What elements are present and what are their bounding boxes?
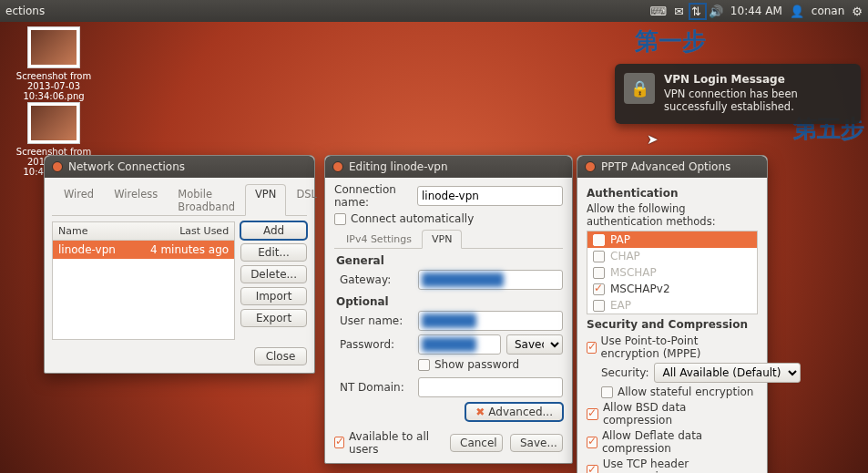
desktop-icon-label: Screenshot from 2013-07-03 10:34:06.png <box>13 71 95 101</box>
thumbnail-icon <box>27 26 80 68</box>
connections-list[interactable]: Name Last Used linode-vpn 4 minutes ago <box>52 221 235 340</box>
annotation-step1: 第一步 <box>635 26 706 57</box>
connect-automatically-checkbox[interactable]: Connect automatically <box>334 212 474 225</box>
window-title: Network Connections <box>68 160 185 173</box>
user-icon[interactable]: 👤 <box>790 5 804 17</box>
col-name[interactable]: Name <box>53 222 143 240</box>
thumbnail-icon <box>27 102 80 144</box>
edit-button[interactable]: Edit... <box>240 243 307 262</box>
tab-mobile-broadband[interactable]: Mobile Broadband <box>168 184 245 216</box>
allow-stateful-checkbox[interactable]: Allow stateful encryption <box>601 386 758 398</box>
method-eap[interactable]: EAP <box>587 297 757 314</box>
window-edit-vpn: Editing linode-vpn Connection name: Conn… <box>324 155 573 464</box>
tab-wireless[interactable]: Wireless <box>104 184 168 216</box>
window-pptp-advanced: PPTP Advanced Options Authentication All… <box>577 155 768 473</box>
indicator-area: ⌨ ✉ ⇅ 🔊 10:44 AM 👤 conan ⚙ <box>649 5 863 17</box>
notification-title: VPN Login Message <box>664 73 850 86</box>
close-icon[interactable] <box>585 161 596 172</box>
titlebar[interactable]: Editing linode-vpn <box>325 156 572 178</box>
password-label: Password: <box>340 338 413 351</box>
wrench-icon: ✖ <box>475 406 485 418</box>
col-last-used[interactable]: Last Used <box>143 222 234 240</box>
connection-name-input[interactable] <box>417 186 563 206</box>
security-select[interactable]: All Available (Default) <box>654 363 801 383</box>
method-mschapv2[interactable]: MSCHAPv2 <box>587 281 757 297</box>
top-panel: ections ⌨ ✉ ⇅ 🔊 10:44 AM 👤 conan ⚙ <box>0 0 868 22</box>
panel-title: ections <box>5 5 45 17</box>
network-icon[interactable]: ⇅ <box>691 5 701 17</box>
connection-name-label: Connection name: <box>334 183 412 209</box>
export-button[interactable]: Export <box>240 309 307 327</box>
notification-body: VPN connection has been successfully est… <box>664 87 850 113</box>
method-pap[interactable]: PAP <box>587 231 757 248</box>
use-tcp-checkbox[interactable]: Use TCP header compression <box>587 458 758 473</box>
section-security: Security and Compression <box>587 318 758 331</box>
gateway-label: Gateway: <box>340 273 413 286</box>
username-label: User name: <box>340 314 413 327</box>
lock-icon: 🔒 <box>624 73 655 104</box>
mail-icon[interactable]: ✉ <box>674 5 684 17</box>
window-title: Editing linode-vpn <box>349 160 448 173</box>
cell-name: linode-vpn <box>53 241 143 259</box>
gear-icon[interactable]: ⚙ <box>852 5 863 17</box>
show-password-checkbox[interactable]: Show password <box>418 358 519 371</box>
ntdomain-label: NT Domain: <box>340 381 413 394</box>
cell-last-used: 4 minutes ago <box>143 241 234 259</box>
desktop-icon[interactable]: Screenshot from 2013-07-03 10:34:06.png <box>13 26 95 101</box>
auth-methods-list[interactable]: PAP CHAP MSCHAP MSCHAPv2 EAP <box>587 231 758 314</box>
window-network-connections: Network Connections Wired Wireless Mobil… <box>44 155 315 374</box>
security-label: Security: <box>601 366 648 379</box>
list-item[interactable]: linode-vpn 4 minutes ago <box>53 241 234 259</box>
import-button[interactable]: Import <box>240 287 307 305</box>
close-icon[interactable] <box>332 161 343 172</box>
keyboard-icon[interactable]: ⌨ <box>649 5 667 17</box>
section-general: General <box>336 254 563 267</box>
advanced-button[interactable]: ✖Advanced... <box>465 403 563 421</box>
tab-dsl[interactable]: DSL <box>286 184 327 216</box>
allow-deflate-checkbox[interactable]: Allow Deflate data compression <box>587 429 758 455</box>
vpn-subtabs: IPv4 Settings VPN <box>334 229 563 249</box>
username[interactable]: conan <box>812 5 845 17</box>
save-button[interactable]: Save... <box>510 434 563 452</box>
use-mppe-checkbox[interactable]: Use Point-to-Point encryption (MPPE) <box>587 334 758 360</box>
subtab-vpn[interactable]: VPN <box>422 230 462 249</box>
notification-bubble: 🔒 VPN Login Message VPN connection has b… <box>615 64 861 124</box>
auth-methods-label: Allow the following authentication metho… <box>587 202 758 228</box>
password-mode-select[interactable]: Saved <box>506 334 563 355</box>
close-button[interactable]: Close <box>254 347 307 365</box>
close-icon[interactable] <box>52 161 63 172</box>
tab-vpn[interactable]: VPN <box>245 184 286 216</box>
tab-wired[interactable]: Wired <box>54 184 104 216</box>
titlebar[interactable]: Network Connections <box>45 156 314 178</box>
add-button[interactable]: Add <box>240 221 307 240</box>
volume-icon[interactable]: 🔊 <box>709 5 723 17</box>
method-chap[interactable]: CHAP <box>587 248 757 264</box>
titlebar[interactable]: PPTP Advanced Options <box>577 156 767 178</box>
cursor-icon: ➤ <box>647 131 659 148</box>
method-mschap[interactable]: MSCHAP <box>587 264 757 281</box>
available-to-all-checkbox[interactable]: Available to all users <box>334 430 443 456</box>
allow-bsd-checkbox[interactable]: Allow BSD data compression <box>587 401 758 427</box>
delete-button[interactable]: Delete... <box>240 265 307 283</box>
ntdomain-input[interactable] <box>418 377 563 397</box>
cancel-button[interactable]: Cancel <box>450 434 503 452</box>
clock[interactable]: 10:44 AM <box>730 5 782 17</box>
connections-tabs: Wired Wireless Mobile Broadband VPN DSL <box>52 183 307 216</box>
subtab-ipv4[interactable]: IPv4 Settings <box>336 230 422 249</box>
window-title: PPTP Advanced Options <box>601 160 730 173</box>
section-authentication: Authentication <box>587 187 758 200</box>
section-optional: Optional <box>336 295 563 308</box>
